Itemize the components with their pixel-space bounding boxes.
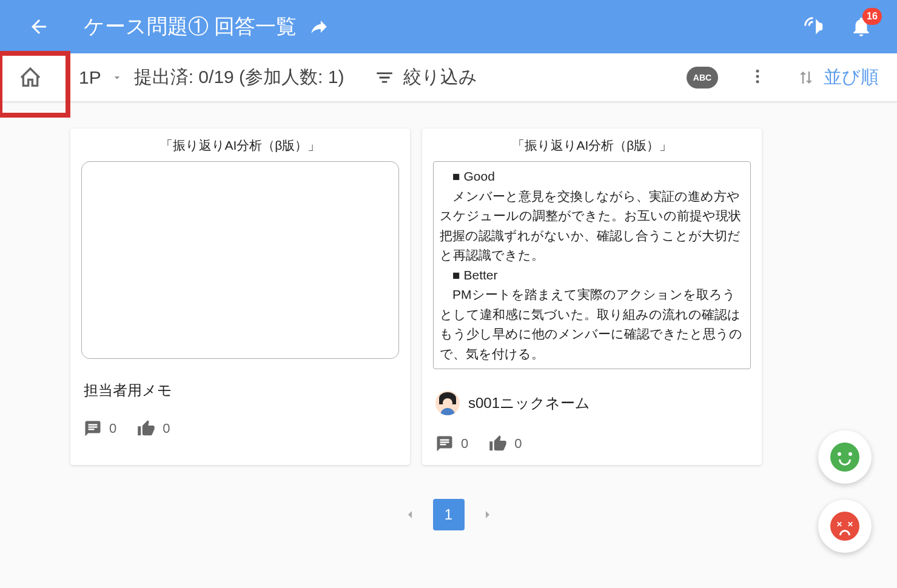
megaphone-icon bbox=[802, 15, 825, 38]
header-right: 16 bbox=[802, 15, 885, 38]
happy-face-icon bbox=[830, 443, 859, 472]
comment-count: 0 bbox=[109, 421, 116, 436]
comment-button[interactable]: 0 bbox=[435, 435, 468, 453]
filter-button[interactable]: 絞り込み bbox=[374, 65, 477, 90]
chevron-left-icon bbox=[403, 507, 417, 522]
toolbar: 1P 提出済: 0/19 (参加人数: 1) 絞り込み ABC 並び順 bbox=[0, 53, 897, 102]
sort-label: 並び順 bbox=[824, 65, 879, 90]
pagination: 1 bbox=[0, 499, 897, 530]
svg-point-0 bbox=[756, 69, 759, 72]
like-button[interactable]: 0 bbox=[489, 435, 522, 453]
avatar bbox=[435, 391, 460, 415]
card-heading: 「振り返りAI分析（β版）」 bbox=[81, 137, 399, 154]
chevron-down-icon bbox=[111, 72, 123, 84]
arrow-left-icon bbox=[28, 16, 50, 38]
author-name: 担当者用メモ bbox=[84, 381, 172, 400]
page-title: ケース問題① 回答一覧 bbox=[84, 13, 297, 41]
comment-count: 0 bbox=[461, 436, 468, 452]
share-arrow-icon bbox=[309, 16, 329, 37]
next-page-button[interactable] bbox=[475, 503, 500, 527]
filter-label: 絞り込み bbox=[403, 65, 477, 90]
comment-icon bbox=[84, 419, 102, 438]
filter-icon bbox=[374, 67, 395, 88]
sort-icon bbox=[797, 68, 815, 87]
submission-status: 提出済: 0/19 (参加人数: 1) bbox=[134, 65, 344, 90]
comment-icon bbox=[435, 435, 454, 453]
card-actions: 0 0 bbox=[433, 435, 751, 453]
more-vert-icon bbox=[748, 67, 767, 85]
share-button[interactable] bbox=[309, 16, 329, 37]
card-author: s001ニックネーム bbox=[433, 391, 751, 415]
like-count: 0 bbox=[514, 436, 522, 452]
announcement-button[interactable] bbox=[802, 15, 825, 38]
author-name: s001ニックネーム bbox=[468, 393, 590, 413]
home-button-wrapper bbox=[0, 53, 61, 102]
back-button[interactable] bbox=[24, 12, 53, 41]
happy-reaction-button[interactable] bbox=[818, 430, 872, 484]
prev-page-button[interactable] bbox=[398, 503, 422, 527]
comment-button[interactable]: 0 bbox=[84, 419, 116, 438]
chevron-right-icon bbox=[480, 507, 495, 522]
home-icon bbox=[18, 65, 42, 90]
notification-badge: 16 bbox=[862, 8, 882, 25]
card-actions: 0 0 bbox=[81, 419, 399, 438]
thumbs-up-icon bbox=[137, 419, 155, 438]
thumbs-up-icon bbox=[489, 435, 507, 453]
sort-button[interactable]: 並び順 bbox=[797, 65, 879, 90]
toolbar-right: ABC 並び順 bbox=[687, 65, 897, 90]
sad-face-icon: ✕ ✕ bbox=[830, 512, 859, 541]
card-author: 担当者用メモ bbox=[81, 381, 399, 400]
header-bar: ケース問題① 回答一覧 16 bbox=[0, 0, 897, 53]
card-content: ■ Good メンバーと意見を交換しながら、実証の進め方やスケジュールの調整がで… bbox=[433, 161, 751, 369]
answer-card[interactable]: 「振り返りAI分析（β版）」 ■ Good メンバーと意見を交換しながら、実証の… bbox=[422, 129, 762, 465]
like-count: 0 bbox=[163, 421, 170, 436]
page-label: 1P bbox=[79, 67, 101, 88]
content-grid: 「振り返りAI分析（β版）」 担当者用メモ 0 0 「振り返りAI分析（β版）」… bbox=[0, 102, 897, 477]
notification-button[interactable]: 16 bbox=[850, 15, 873, 38]
svg-point-1 bbox=[756, 75, 759, 78]
page-number-current[interactable]: 1 bbox=[433, 499, 465, 530]
svg-point-2 bbox=[756, 80, 759, 83]
like-button[interactable]: 0 bbox=[137, 419, 170, 438]
page-selector[interactable]: 1P bbox=[79, 67, 123, 88]
sad-reaction-button[interactable]: ✕ ✕ bbox=[818, 499, 872, 553]
home-button[interactable] bbox=[0, 53, 61, 102]
more-options-button[interactable] bbox=[748, 67, 767, 88]
card-heading: 「振り返りAI分析（β版）」 bbox=[433, 137, 751, 154]
answer-card[interactable]: 「振り返りAI分析（β版）」 担当者用メモ 0 0 bbox=[70, 129, 410, 465]
abc-button[interactable]: ABC bbox=[687, 67, 718, 89]
card-content bbox=[81, 161, 399, 359]
